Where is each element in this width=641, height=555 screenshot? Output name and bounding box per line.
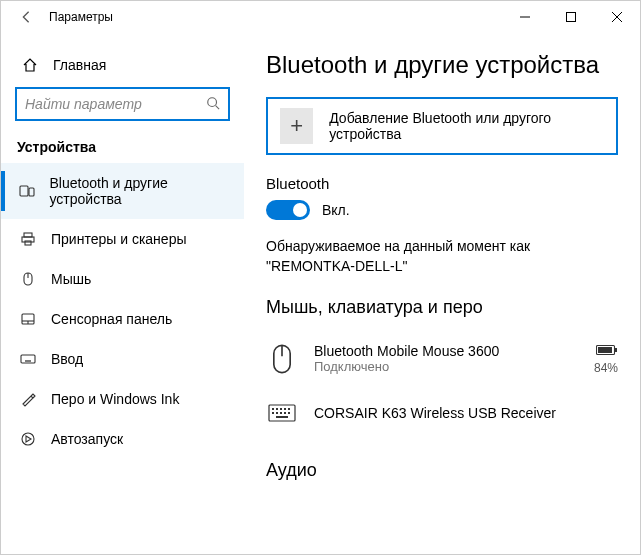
svg-rect-37 <box>288 412 290 414</box>
battery-icon <box>596 343 618 359</box>
discoverable-text: Обнаруживаемое на данный момент как "REM… <box>266 236 618 277</box>
add-device-button[interactable]: + Добавление Bluetooth или другого устро… <box>266 97 618 155</box>
minimize-button[interactable] <box>502 1 548 33</box>
sidebar-group: Устройства <box>1 139 244 163</box>
keyboard-icon <box>19 351 37 367</box>
svg-rect-33 <box>272 412 274 414</box>
content: Bluetooth и другие устройства + Добавлен… <box>244 33 640 554</box>
svg-rect-6 <box>20 186 28 196</box>
svg-point-21 <box>22 433 34 445</box>
sidebar-nav: Bluetooth и другие устройства Принтеры и… <box>1 163 244 459</box>
svg-rect-29 <box>276 408 278 410</box>
touchpad-icon <box>19 311 37 327</box>
device-status: Подключено <box>314 359 499 374</box>
devices-icon <box>19 183 36 199</box>
titlebar: Параметры <box>1 1 640 33</box>
svg-rect-26 <box>598 347 612 353</box>
bluetooth-state: Вкл. <box>322 202 350 218</box>
device-row[interactable]: CORSAIR K63 Wireless USB Receiver <box>266 386 618 440</box>
sidebar-item-label: Bluetooth и другие устройства <box>50 175 228 207</box>
sidebar-item-label: Мышь <box>51 271 91 287</box>
svg-rect-35 <box>280 412 282 414</box>
sidebar-item-label: Перо и Windows Ink <box>51 391 179 407</box>
home-link[interactable]: Главная <box>1 51 244 87</box>
svg-rect-32 <box>288 408 290 410</box>
svg-rect-31 <box>284 408 286 410</box>
svg-rect-7 <box>29 188 34 196</box>
device-row[interactable]: Bluetooth Mobile Mouse 3600 Подключено 8… <box>266 332 618 386</box>
back-button[interactable] <box>15 6 37 28</box>
svg-rect-38 <box>276 416 288 418</box>
sidebar-item-label: Принтеры и сканеры <box>51 231 186 247</box>
search-input[interactable] <box>25 96 206 112</box>
sidebar-item-label: Сенсорная панель <box>51 311 172 327</box>
sidebar-item-bluetooth[interactable]: Bluetooth и другие устройства <box>1 163 244 219</box>
sidebar-item-autoplay[interactable]: Автозапуск <box>1 419 244 459</box>
window-controls <box>502 1 640 33</box>
battery-percent: 84% <box>594 361 618 375</box>
sidebar-item-label: Автозапуск <box>51 431 123 447</box>
sidebar-item-printers[interactable]: Принтеры и сканеры <box>1 219 244 259</box>
settings-window: Параметры Главная <box>0 0 641 555</box>
page-title: Bluetooth и другие устройства <box>266 51 618 79</box>
svg-rect-30 <box>280 408 282 410</box>
sidebar: Главная Устройства Bluetooth и другие ус… <box>1 33 244 554</box>
search-box[interactable] <box>15 87 230 121</box>
svg-rect-36 <box>284 412 286 414</box>
bluetooth-toggle-row: Вкл. <box>266 200 618 220</box>
sidebar-item-label: Ввод <box>51 351 83 367</box>
sidebar-item-typing[interactable]: Ввод <box>1 339 244 379</box>
plus-icon: + <box>280 108 313 144</box>
maximize-button[interactable] <box>548 1 594 33</box>
bluetooth-toggle[interactable] <box>266 200 310 220</box>
mouse-icon <box>19 271 37 287</box>
sidebar-item-touchpad[interactable]: Сенсорная панель <box>1 299 244 339</box>
svg-rect-8 <box>24 233 32 237</box>
bluetooth-label: Bluetooth <box>266 175 618 192</box>
svg-rect-28 <box>272 408 274 410</box>
home-label: Главная <box>53 57 106 73</box>
search-icon <box>206 96 220 113</box>
mouse-icon <box>266 340 298 378</box>
sidebar-item-mouse[interactable]: Мышь <box>1 259 244 299</box>
battery: 84% <box>594 343 618 375</box>
autoplay-icon <box>19 431 37 447</box>
svg-rect-16 <box>21 355 35 363</box>
home-icon <box>21 57 39 73</box>
search-wrap <box>15 87 230 121</box>
section-peripherals: Мышь, клавиатура и перо <box>266 297 618 318</box>
device-meta: CORSAIR K63 Wireless USB Receiver <box>314 405 556 421</box>
svg-rect-1 <box>567 13 576 22</box>
device-name: Bluetooth Mobile Mouse 3600 <box>314 343 499 359</box>
window-title: Параметры <box>49 10 113 24</box>
body: Главная Устройства Bluetooth и другие ус… <box>1 33 640 554</box>
pen-icon <box>19 391 37 407</box>
close-button[interactable] <box>594 1 640 33</box>
svg-line-5 <box>216 105 220 109</box>
device-name: CORSAIR K63 Wireless USB Receiver <box>314 405 556 421</box>
sidebar-item-pen[interactable]: Перо и Windows Ink <box>1 379 244 419</box>
keyboard-icon <box>266 394 298 432</box>
svg-rect-34 <box>276 412 278 414</box>
svg-point-4 <box>208 97 217 106</box>
svg-rect-25 <box>615 348 617 352</box>
add-device-label: Добавление Bluetooth или другого устройс… <box>329 110 604 142</box>
section-audio: Аудио <box>266 460 618 481</box>
device-meta: Bluetooth Mobile Mouse 3600 Подключено <box>314 343 499 374</box>
printer-icon <box>19 231 37 247</box>
